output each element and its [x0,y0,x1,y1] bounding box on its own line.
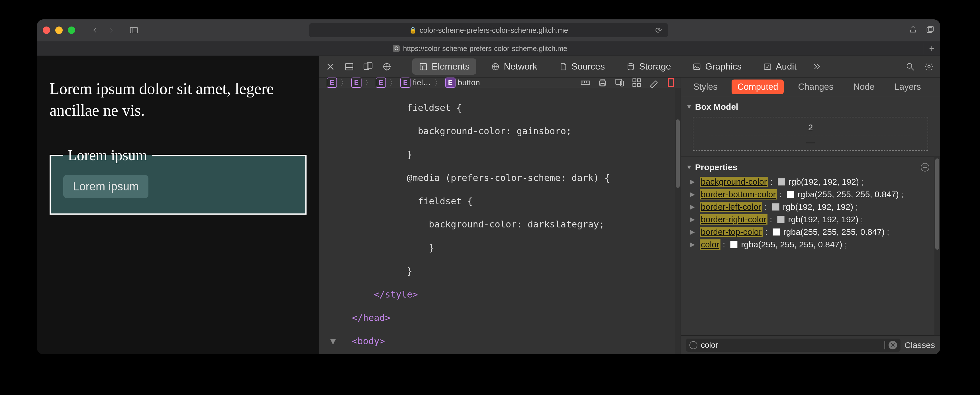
address-bar[interactable]: 🔒 color-scheme-prefers-color-scheme.glit… [309,23,668,37]
sidebar-toggle-button[interactable] [127,23,141,37]
svg-rect-28 [601,83,604,86]
svg-rect-35 [668,79,673,87]
search-icon[interactable] [905,61,916,72]
svg-rect-26 [600,81,606,85]
disclosure-triangle-icon[interactable]: ▼ [686,103,692,111]
paint-icon[interactable] [649,78,659,88]
dom-scrollbar[interactable] [675,88,681,354]
filter-bar: ✕ Classes [681,335,940,354]
svg-rect-17 [764,64,771,70]
reload-button[interactable]: ⟳ [651,25,666,35]
back-button[interactable] [87,23,103,37]
box-model-diagram[interactable]: 2 — [693,117,928,151]
grid-icon[interactable] [632,78,642,88]
svg-rect-11 [420,63,427,70]
subtab-node[interactable]: Node [848,80,880,94]
computed-property-row[interactable]: ▶border-left-color:rgb(192, 192, 192); [688,201,927,213]
share-button[interactable] [909,25,917,35]
settings-gear-icon[interactable] [924,61,934,72]
computed-property-row[interactable]: ▶border-right-color:rgb(192, 192, 192); [688,213,927,226]
svg-point-18 [907,63,912,68]
svg-rect-34 [638,83,641,87]
forward-button[interactable] [103,23,119,37]
svg-rect-21 [581,81,590,84]
disclosure-triangle-icon[interactable]: ▼ [686,164,692,171]
tab-bar: C https://color-scheme-prefers-color-sch… [37,41,940,56]
tab-graphics[interactable]: Graphics [686,59,748,75]
clear-filter-button[interactable]: ✕ [889,341,897,349]
svg-rect-16 [694,64,700,70]
crumb-form[interactable]: E [373,78,389,88]
overflow-icon[interactable] [811,61,822,72]
computed-property-row[interactable]: ▶color:rgba(255, 255, 255, 0.847); [688,238,927,251]
close-devtools-button[interactable] [325,61,336,72]
svg-rect-4 [345,63,353,70]
content-area: Lorem ipsum dolor sit amet, legere ancil… [37,56,940,354]
properties-section: ▼Properties ▶background-color:rgb(192, 1… [681,157,934,335]
elements-panel: E 〉 E 〉 E 〉 Efiel… 〉 Ebutton [319,78,681,354]
ruler-icon[interactable] [580,78,590,88]
minimize-window-button[interactable] [55,27,63,34]
subtab-styles[interactable]: Styles [688,80,723,94]
subtab-computed[interactable]: Computed [732,80,784,94]
dock-side-icon[interactable] [363,61,374,72]
url-text: color-scheme-prefers-color-scheme.glitch… [420,26,568,35]
print-styles-icon[interactable] [597,78,608,88]
filter-input-wrap[interactable]: ✕ [686,339,900,352]
page-paragraph: Lorem ipsum dolor sit amet, legere ancil… [49,78,307,121]
filter-icon[interactable] [921,163,929,172]
dom-tree[interactable]: fieldset { background-color: gainsboro; … [319,88,675,354]
page-form: Lorem ipsum Lorem ipsum [49,147,307,215]
lock-icon: 🔒 [409,27,417,34]
rendered-page: Lorem ipsum dolor sit amet, legere ancil… [37,56,319,354]
filter-input[interactable] [701,341,881,350]
svg-rect-27 [601,79,604,81]
svg-rect-31 [633,79,636,82]
crumb-html[interactable]: E [324,78,340,88]
computed-property-row[interactable]: ▶border-bottom-color:rgba(255, 255, 255,… [688,188,927,201]
tab-network[interactable]: Network [484,59,544,75]
filter-field-icon [689,341,697,349]
browser-tab[interactable]: C https://color-scheme-prefers-color-sch… [37,45,923,53]
svg-rect-0 [130,27,138,33]
svg-rect-7 [367,62,372,68]
page-fieldset: Lorem ipsum Lorem ipsum [49,147,307,215]
zoom-window-button[interactable] [68,27,75,34]
crumb-button[interactable]: Ebutton [442,78,483,88]
new-tab-button[interactable]: + [923,43,940,54]
inspect-icon[interactable] [382,61,392,72]
devtools-panel: Elements Network Sources Storage Graphic… [319,56,940,354]
tab-storage[interactable]: Storage [620,59,678,75]
props-scrollbar[interactable] [934,157,940,335]
subtab-layers[interactable]: Layers [889,80,927,94]
styles-subtabs: Styles Computed Changes Node Layers [681,78,940,96]
svg-rect-3 [928,27,934,32]
close-window-button[interactable] [43,27,50,34]
tab-sources[interactable]: Sources [552,59,612,75]
subtab-changes[interactable]: Changes [792,80,839,94]
computed-property-row[interactable]: ▶background-color:rgb(192, 192, 192); [688,175,927,188]
breadcrumb-bar: E 〉 E 〉 E 〉 Efiel… 〉 Ebutton [319,78,681,88]
svg-rect-32 [638,79,641,82]
tabs-overview-button[interactable] [926,25,934,35]
tab-audit[interactable]: Audit [756,59,803,75]
svg-rect-29 [616,79,622,84]
compositing-icon[interactable] [666,78,676,88]
classes-button[interactable]: Classes [905,340,935,350]
devtools-toolbar: Elements Network Sources Storage Graphic… [319,56,940,78]
styles-sidebar: Styles Computed Changes Node Layers ▼Box… [681,78,940,354]
svg-rect-6 [364,64,369,70]
page-button[interactable]: Lorem ipsum [63,175,148,198]
svg-rect-33 [633,83,636,87]
dock-bottom-icon[interactable] [344,61,355,72]
titlebar: 🔒 color-scheme-prefers-color-scheme.glit… [37,19,940,41]
svg-point-20 [928,65,931,68]
tab-elements[interactable]: Elements [412,59,476,75]
box-model-section: ▼Box Model 2 — [681,96,940,157]
device-icon[interactable] [614,78,625,88]
crumb-fieldset[interactable]: Efiel… [398,78,434,88]
crumb-body[interactable]: E [348,78,364,88]
svg-point-15 [628,63,633,65]
computed-property-row[interactable]: ▶border-top-color:rgba(255, 255, 255, 0.… [688,226,927,238]
window-controls [43,27,75,34]
